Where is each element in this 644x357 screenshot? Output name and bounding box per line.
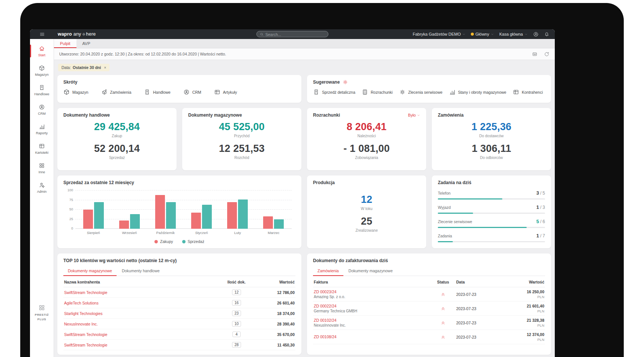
suggested-kontrahenci[interactable]: Kontrahenci [513, 89, 543, 95]
client-link[interactable]: SwiftStream Technologie [64, 332, 223, 337]
account-icon[interactable] [533, 32, 539, 37]
shortcut-handlowe[interactable]: Handlowe [144, 89, 171, 95]
kpi-secondary-label: Zobowiązania [355, 156, 378, 160]
tab-pulpit[interactable]: Pulpit [54, 39, 76, 48]
refresh-icon[interactable] [544, 51, 550, 57]
client-link[interactable]: NexusInnovate Inc. [64, 322, 223, 326]
client-value: 11 450,30 [250, 343, 295, 347]
table-icon [214, 89, 220, 95]
kpi-primary-label: Przychód [234, 134, 250, 138]
task-row-zlecenie-serwisowe[interactable]: Zlecenie serwisowe 5/6 [438, 219, 545, 228]
bar-zakupy [119, 220, 129, 229]
column-header: Ilość dok. [223, 280, 250, 284]
document-link[interactable]: ZD 00108/24 [314, 334, 430, 339]
task-row-zadania[interactable]: Zadania 1/7 [438, 233, 545, 242]
priority-high-icon[interactable] [440, 320, 446, 326]
shortcuts-title: Skróty [63, 80, 295, 85]
tab-avp[interactable]: AVP [76, 39, 96, 48]
hamburger-menu-button[interactable] [30, 32, 54, 37]
company-selector[interactable]: Fabryka Gadżetów DEMO [413, 32, 466, 36]
card-shortcuts: Skróty Magazyn Zamówienia Handlowe CRM A… [57, 75, 301, 103]
client-link[interactable]: AgileTech Solutions [64, 301, 223, 305]
legend-dot [182, 240, 186, 243]
shortcut-crm[interactable]: CRM [183, 89, 201, 95]
document-link[interactable]: ZD 00023/24 [314, 290, 430, 294]
kpi-primary-label: W toku [361, 207, 372, 211]
x-axis-label: Sierpień [87, 231, 100, 235]
doc-count-badge: 28 [232, 342, 241, 348]
task-row-wyjazd[interactable]: Wyjazd 1/3 [438, 204, 545, 214]
branch-status-dot [471, 33, 474, 36]
legend-item-zakupy: Zakupy [154, 239, 173, 244]
suggested-stany-obroty[interactable]: Stany i obroty magazynowe [449, 89, 506, 95]
prestiz-label: PRESTIŻ [35, 313, 49, 316]
sidebar-item-label: CRM [38, 112, 46, 116]
bar-chart-icon [39, 123, 45, 130]
search-input[interactable] [265, 32, 325, 36]
shortcut-zamowienia[interactable]: Zamówienia [101, 89, 132, 95]
notifications-bell-icon[interactable] [544, 32, 550, 37]
client-link[interactable]: SwiftStream Technologie [64, 343, 223, 347]
document-link[interactable]: ZD 00022/24 [314, 304, 430, 308]
bar-group: Październik [154, 190, 177, 229]
shortcut-artykuly[interactable]: Artykuły [214, 89, 237, 95]
client-link[interactable]: SwiftStream Technologie [64, 290, 223, 295]
global-search[interactable] [256, 31, 328, 38]
task-label: Zlecenie serwisowe [438, 219, 472, 224]
invoice-value: 12 374,00 [503, 332, 544, 337]
search-icon [260, 32, 264, 36]
document-link[interactable]: ZD 00102/24 [314, 318, 430, 322]
card-produkcja: Produkcja 12 W toku 25 Zrealizowane [307, 176, 426, 248]
package-arrow-icon [101, 89, 108, 95]
shortcut-magazyn[interactable]: Magazyn [63, 89, 88, 95]
receipt-icon [144, 89, 150, 95]
cash-register-selector[interactable]: Kasa główna [499, 32, 528, 36]
suggested-title: Sugerowane [313, 80, 340, 85]
sidebar-item-magazyn[interactable]: Magazyn [30, 61, 54, 80]
date-filter-chip[interactable]: Data: Ostatnie 30 dni × [58, 64, 109, 71]
suggested-label: Sprzedż detaliczna [322, 90, 355, 94]
tab-dokumenty-magazynowe[interactable]: Dokumenty magazynowe [344, 267, 397, 276]
card-invoices-today: Dokumenty do zafakturowania dziś Zamówie… [307, 254, 551, 355]
priority-high-icon[interactable] [440, 306, 446, 311]
suggested-rozrachunki[interactable]: Rozrachunki [362, 89, 392, 95]
task-row-telefon[interactable]: Telefon 3/5 [438, 190, 545, 200]
sidebar-item-crm[interactable]: CRM [30, 100, 54, 119]
tab-zamowienia[interactable]: Zamówienia [313, 267, 343, 276]
doc-count-badge: 10 [232, 321, 241, 327]
suggested-zlecenia-serwisowe[interactable]: Zlecenia serwisowe [399, 89, 443, 95]
branch-name: Główny [475, 32, 489, 36]
branch-selector[interactable]: Główny [471, 32, 494, 36]
priority-high-icon[interactable] [440, 334, 446, 340]
sidebar-item-start[interactable]: Start [30, 41, 54, 61]
chart-title: Sprzedaż za ostatnie 12 miesięcy [63, 180, 295, 185]
chip-close-icon[interactable]: × [104, 66, 106, 70]
dashboard-settings-icon[interactable] [532, 51, 538, 57]
kpi-secondary-value: 12 251,53 [219, 143, 265, 154]
kpi-secondary-label: Rozchód [234, 156, 249, 160]
tab-dokumenty-handlowe[interactable]: Dokumenty handlowe [117, 267, 164, 276]
page-tabs: Pulpit AVP [54, 39, 555, 48]
receipt-icon [39, 84, 45, 91]
table-icon [513, 89, 519, 95]
suggested-sprzedaz-detaliczna[interactable]: Sprzedż detaliczna [313, 89, 355, 95]
table-row: ZD 00023/24Amazing Sp. z o.o. 2023-07-23… [313, 287, 545, 302]
sidebar-item-inne[interactable]: Inne [30, 158, 54, 178]
client-link[interactable]: Starlight Technologies [64, 311, 223, 316]
kpi-primary-label: Do dostawców [479, 134, 503, 138]
x-axis-label: Marzec [268, 231, 279, 235]
doc-count-badge: 12 [232, 290, 241, 295]
sidebar-item-raporty[interactable]: Raporty [30, 119, 54, 139]
sidebar-item-handlowe[interactable]: Handlowe [30, 80, 54, 100]
sidebar-item-kartoteki[interactable]: Kartoteki [30, 139, 54, 158]
bar-chart: 0255075100SierpieńWrzesieńPaździernikSty… [75, 190, 292, 229]
tab-dokumenty-magazynowe[interactable]: Dokumenty magazynowe [63, 267, 117, 276]
bar-sprzedaż [274, 219, 284, 229]
task-progress-track [438, 227, 545, 228]
topbar-right: Fabryka Gadżetów DEMO Główny Kasa główna [413, 32, 555, 37]
table-row: ZD 00022/24Germany Technica GMBH 2023-07… [313, 302, 545, 316]
sidebar-item-label: Start [38, 53, 45, 57]
company-name: Germany Technica GMBH [314, 309, 430, 313]
priority-high-icon[interactable] [440, 292, 446, 297]
sidebar-item-admin[interactable]: Admin [30, 178, 54, 197]
